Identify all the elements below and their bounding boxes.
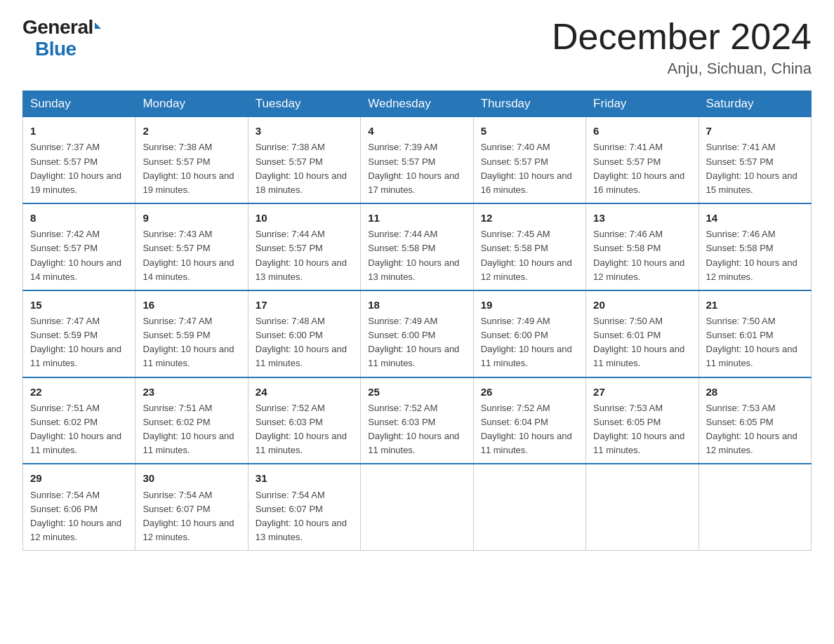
table-row: 4 Sunrise: 7:39 AMSunset: 5:57 PMDayligh… <box>361 117 473 203</box>
table-row <box>361 464 473 550</box>
day-info: Sunrise: 7:41 AMSunset: 5:57 PMDaylight:… <box>706 142 797 194</box>
day-number: 22 <box>30 384 128 400</box>
calendar-header-row: Sunday Monday Tuesday Wednesday Thursday… <box>23 91 812 117</box>
day-number: 13 <box>593 210 691 226</box>
day-number: 29 <box>30 470 128 486</box>
day-number: 16 <box>143 297 240 313</box>
day-number: 31 <box>256 470 353 486</box>
table-row: 13 Sunrise: 7:46 AMSunset: 5:58 PMDaylig… <box>586 203 699 290</box>
day-number: 12 <box>481 210 578 226</box>
table-row: 2 Sunrise: 7:38 AMSunset: 5:57 PMDayligh… <box>135 117 248 203</box>
calendar-week-row: 1 Sunrise: 7:37 AMSunset: 5:57 PMDayligh… <box>23 117 812 203</box>
day-number: 15 <box>30 297 128 313</box>
table-row: 21 Sunrise: 7:50 AMSunset: 6:01 PMDaylig… <box>699 290 811 377</box>
day-number: 14 <box>706 210 804 226</box>
table-row: 9 Sunrise: 7:43 AMSunset: 5:57 PMDayligh… <box>135 203 248 290</box>
page: General Blue December 2024 Anju, Sichuan… <box>0 0 834 568</box>
day-number: 19 <box>481 297 578 313</box>
day-info: Sunrise: 7:54 AMSunset: 6:07 PMDaylight:… <box>256 490 347 542</box>
day-info: Sunrise: 7:43 AMSunset: 5:57 PMDaylight:… <box>143 229 234 281</box>
day-number: 2 <box>143 123 240 139</box>
day-number: 30 <box>143 470 240 486</box>
day-info: Sunrise: 7:52 AMSunset: 6:03 PMDaylight:… <box>368 403 459 455</box>
day-number: 3 <box>256 123 353 139</box>
table-row: 3 Sunrise: 7:38 AMSunset: 5:57 PMDayligh… <box>248 117 360 203</box>
day-number: 27 <box>593 384 691 400</box>
table-row: 5 Sunrise: 7:40 AMSunset: 5:57 PMDayligh… <box>473 117 585 203</box>
day-number: 25 <box>368 384 465 400</box>
title-month: December 2024 <box>552 17 812 57</box>
table-row: 6 Sunrise: 7:41 AMSunset: 5:57 PMDayligh… <box>586 117 699 203</box>
calendar-week-row: 8 Sunrise: 7:42 AMSunset: 5:57 PMDayligh… <box>23 203 812 290</box>
table-row: 11 Sunrise: 7:44 AMSunset: 5:58 PMDaylig… <box>361 203 473 290</box>
table-row: 18 Sunrise: 7:49 AMSunset: 6:00 PMDaylig… <box>361 290 473 377</box>
header-friday: Friday <box>586 91 699 117</box>
title-block: December 2024 Anju, Sichuan, China <box>552 17 812 78</box>
table-row: 29 Sunrise: 7:54 AMSunset: 6:06 PMDaylig… <box>23 464 135 550</box>
table-row: 26 Sunrise: 7:52 AMSunset: 6:04 PMDaylig… <box>473 377 585 464</box>
title-location: Anju, Sichuan, China <box>552 60 812 78</box>
table-row: 17 Sunrise: 7:48 AMSunset: 6:00 PMDaylig… <box>248 290 360 377</box>
table-row: 31 Sunrise: 7:54 AMSunset: 6:07 PMDaylig… <box>248 464 360 550</box>
day-number: 8 <box>30 210 128 226</box>
day-info: Sunrise: 7:50 AMSunset: 6:01 PMDaylight:… <box>706 316 797 368</box>
day-info: Sunrise: 7:38 AMSunset: 5:57 PMDaylight:… <box>256 142 347 194</box>
day-number: 7 <box>706 123 804 139</box>
table-row: 22 Sunrise: 7:51 AMSunset: 6:02 PMDaylig… <box>23 377 135 464</box>
calendar-week-row: 22 Sunrise: 7:51 AMSunset: 6:02 PMDaylig… <box>23 377 812 464</box>
day-info: Sunrise: 7:44 AMSunset: 5:57 PMDaylight:… <box>256 229 347 281</box>
day-number: 4 <box>368 123 465 139</box>
day-info: Sunrise: 7:54 AMSunset: 6:06 PMDaylight:… <box>30 490 121 542</box>
day-info: Sunrise: 7:51 AMSunset: 6:02 PMDaylight:… <box>143 403 234 455</box>
day-info: Sunrise: 7:44 AMSunset: 5:58 PMDaylight:… <box>368 229 459 281</box>
table-row: 27 Sunrise: 7:53 AMSunset: 6:05 PMDaylig… <box>586 377 699 464</box>
day-info: Sunrise: 7:41 AMSunset: 5:57 PMDaylight:… <box>593 142 684 194</box>
table-row <box>586 464 699 550</box>
day-number: 20 <box>593 297 691 313</box>
day-number: 24 <box>256 384 353 400</box>
table-row: 25 Sunrise: 7:52 AMSunset: 6:03 PMDaylig… <box>361 377 473 464</box>
table-row <box>699 464 811 550</box>
header-sunday: Sunday <box>23 91 135 117</box>
day-info: Sunrise: 7:39 AMSunset: 5:57 PMDaylight:… <box>368 142 459 194</box>
table-row: 15 Sunrise: 7:47 AMSunset: 5:59 PMDaylig… <box>23 290 135 377</box>
day-number: 28 <box>706 384 804 400</box>
day-info: Sunrise: 7:53 AMSunset: 6:05 PMDaylight:… <box>706 403 797 455</box>
table-row: 1 Sunrise: 7:37 AMSunset: 5:57 PMDayligh… <box>23 117 135 203</box>
calendar-table: Sunday Monday Tuesday Wednesday Thursday… <box>22 90 812 551</box>
header-saturday: Saturday <box>699 91 811 117</box>
table-row: 10 Sunrise: 7:44 AMSunset: 5:57 PMDaylig… <box>248 203 360 290</box>
day-number: 6 <box>593 123 691 139</box>
day-info: Sunrise: 7:49 AMSunset: 6:00 PMDaylight:… <box>368 316 459 368</box>
logo-arrow-icon <box>95 22 101 29</box>
day-number: 5 <box>481 123 578 139</box>
day-info: Sunrise: 7:48 AMSunset: 6:00 PMDaylight:… <box>256 316 347 368</box>
day-info: Sunrise: 7:40 AMSunset: 5:57 PMDaylight:… <box>481 142 572 194</box>
calendar-week-row: 29 Sunrise: 7:54 AMSunset: 6:06 PMDaylig… <box>23 464 812 550</box>
day-info: Sunrise: 7:51 AMSunset: 6:02 PMDaylight:… <box>30 403 121 455</box>
day-info: Sunrise: 7:42 AMSunset: 5:57 PMDaylight:… <box>30 229 121 281</box>
day-number: 1 <box>30 123 128 139</box>
day-number: 26 <box>481 384 578 400</box>
day-number: 11 <box>368 210 465 226</box>
logo-blue-text: Blue <box>35 39 77 60</box>
day-number: 18 <box>368 297 465 313</box>
table-row: 24 Sunrise: 7:52 AMSunset: 6:03 PMDaylig… <box>248 377 360 464</box>
table-row: 30 Sunrise: 7:54 AMSunset: 6:07 PMDaylig… <box>135 464 248 550</box>
day-info: Sunrise: 7:46 AMSunset: 5:58 PMDaylight:… <box>706 229 797 281</box>
header-thursday: Thursday <box>473 91 585 117</box>
day-info: Sunrise: 7:47 AMSunset: 5:59 PMDaylight:… <box>30 316 121 368</box>
header-tuesday: Tuesday <box>248 91 360 117</box>
day-info: Sunrise: 7:49 AMSunset: 6:00 PMDaylight:… <box>481 316 572 368</box>
day-info: Sunrise: 7:38 AMSunset: 5:57 PMDaylight:… <box>143 142 234 194</box>
table-row: 14 Sunrise: 7:46 AMSunset: 5:58 PMDaylig… <box>699 203 811 290</box>
table-row: 19 Sunrise: 7:49 AMSunset: 6:00 PMDaylig… <box>473 290 585 377</box>
day-number: 10 <box>256 210 353 226</box>
table-row <box>473 464 585 550</box>
table-row: 8 Sunrise: 7:42 AMSunset: 5:57 PMDayligh… <box>23 203 135 290</box>
table-row: 20 Sunrise: 7:50 AMSunset: 6:01 PMDaylig… <box>586 290 699 377</box>
day-info: Sunrise: 7:52 AMSunset: 6:03 PMDaylight:… <box>256 403 347 455</box>
day-info: Sunrise: 7:47 AMSunset: 5:59 PMDaylight:… <box>143 316 234 368</box>
table-row: 28 Sunrise: 7:53 AMSunset: 6:05 PMDaylig… <box>699 377 811 464</box>
day-info: Sunrise: 7:46 AMSunset: 5:58 PMDaylight:… <box>593 229 684 281</box>
